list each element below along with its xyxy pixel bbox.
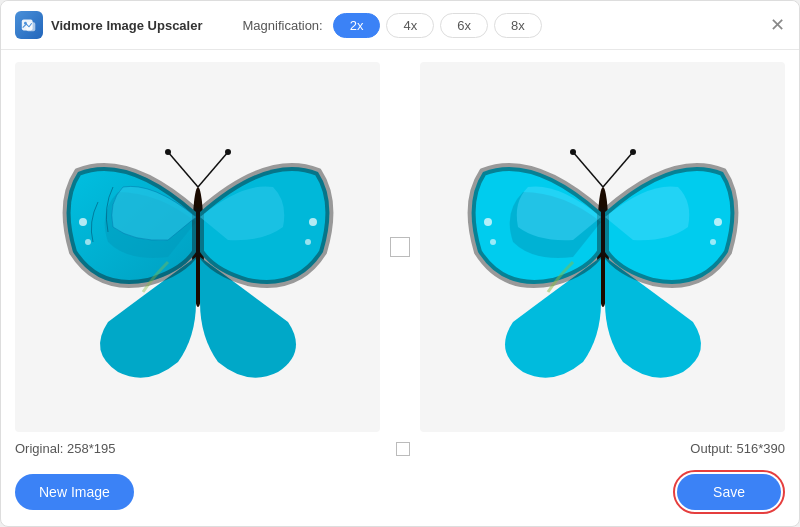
svg-point-10 <box>309 218 317 226</box>
svg-point-20 <box>710 239 716 245</box>
svg-line-5 <box>198 152 228 187</box>
mag-btn-2x[interactable]: 2x <box>333 13 381 38</box>
save-button-wrapper: Save <box>673 470 785 514</box>
magnification-label: Magnification: <box>243 18 323 33</box>
svg-point-9 <box>85 239 91 245</box>
images-row <box>15 60 785 433</box>
app-title: Vidmore Image Upscaler <box>51 18 203 33</box>
svg-point-6 <box>165 149 171 155</box>
mag-btn-8x[interactable]: 8x <box>494 13 542 38</box>
svg-point-7 <box>225 149 231 155</box>
svg-point-15 <box>570 149 576 155</box>
save-button[interactable]: Save <box>677 474 781 510</box>
svg-point-19 <box>714 218 722 226</box>
svg-point-16 <box>630 149 636 155</box>
svg-point-11 <box>305 239 311 245</box>
mag-btn-4x[interactable]: 4x <box>386 13 434 38</box>
svg-line-13 <box>573 152 603 187</box>
close-button[interactable]: ✕ <box>770 16 785 34</box>
svg-point-17 <box>484 218 492 226</box>
info-row: Original: 258*195 Output: 516*390 <box>15 433 785 462</box>
compare-toggle[interactable] <box>396 442 410 456</box>
original-image-panel <box>15 62 380 432</box>
svg-line-4 <box>168 152 198 187</box>
content-area: Original: 258*195 Output: 516*390 New Im… <box>1 50 799 526</box>
new-image-button[interactable]: New Image <box>15 474 134 510</box>
app-window: Vidmore Image Upscaler Magnification: 2x… <box>0 0 800 527</box>
info-center <box>115 442 690 456</box>
footer-row: New Image Save <box>15 462 785 526</box>
svg-line-14 <box>603 152 633 187</box>
original-size-label: Original: 258*195 <box>15 441 115 456</box>
svg-point-8 <box>79 218 87 226</box>
output-size-label: Output: 516*390 <box>690 441 785 456</box>
output-image-panel <box>420 62 785 432</box>
divider-icon <box>390 237 410 257</box>
magnification-buttons: 2x 4x 6x 8x <box>333 13 542 38</box>
app-icon <box>15 11 43 39</box>
titlebar: Vidmore Image Upscaler Magnification: 2x… <box>1 1 799 50</box>
mag-btn-6x[interactable]: 6x <box>440 13 488 38</box>
svg-point-18 <box>490 239 496 245</box>
